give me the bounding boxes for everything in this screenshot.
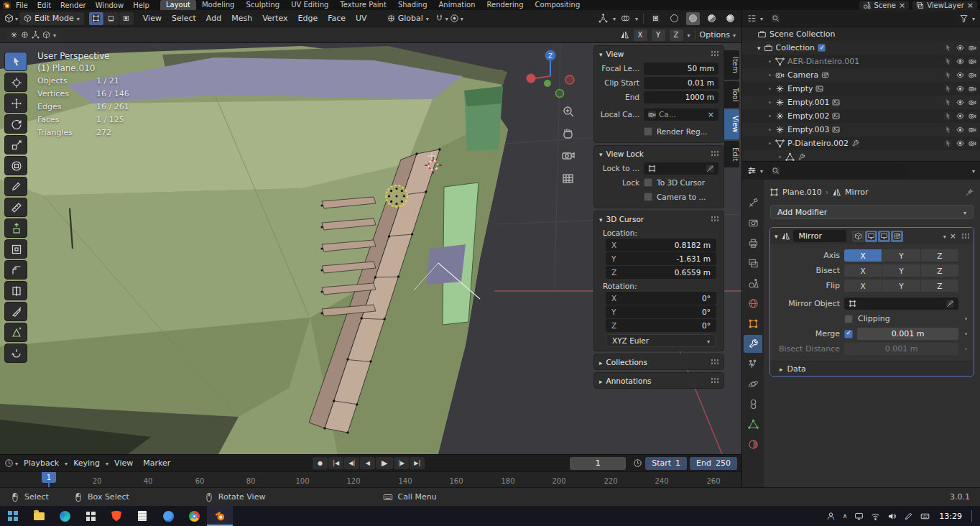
selectable-icon[interactable] bbox=[944, 71, 952, 79]
workspace-tab-shading[interactable]: Shading bbox=[392, 0, 433, 10]
scale-tool[interactable] bbox=[4, 135, 27, 154]
chrome-button[interactable] bbox=[181, 506, 207, 526]
menu-help[interactable]: Help bbox=[129, 1, 154, 9]
proportional-options-chevron-icon[interactable] bbox=[461, 14, 463, 23]
outliner-row-partial[interactable] bbox=[742, 150, 980, 161]
jump-to-start-button[interactable]: |◀ bbox=[328, 457, 343, 469]
workspace-tab-compositing[interactable]: Compositing bbox=[530, 0, 586, 10]
keyboard-icon[interactable] bbox=[920, 512, 930, 521]
menu-uv[interactable]: UV bbox=[351, 12, 371, 24]
cursor-rotation-y-field[interactable]: Y0° bbox=[606, 305, 716, 318]
lock-3d-cursor-checkbox[interactable] bbox=[644, 178, 652, 187]
render-visibility-icon[interactable] bbox=[969, 71, 976, 79]
tab-physics-properties[interactable] bbox=[744, 375, 762, 393]
shading-solid-button[interactable] bbox=[686, 12, 700, 25]
mode-dropdown[interactable]: Edit Mode bbox=[19, 12, 84, 25]
viewlayer-selector[interactable]: ViewLayer bbox=[912, 1, 977, 10]
drag-handle[interactable] bbox=[711, 50, 718, 57]
clipping-checkbox[interactable] bbox=[844, 315, 853, 323]
menu-view[interactable]: View bbox=[139, 12, 166, 24]
bisect-x-button[interactable]: X bbox=[844, 264, 882, 277]
render-visibility-icon[interactable] bbox=[969, 44, 976, 52]
chevron-down-icon[interactable] bbox=[760, 166, 763, 175]
timeline-editor-icon[interactable] bbox=[4, 458, 14, 468]
tab-particle-properties[interactable] bbox=[744, 355, 762, 373]
current-frame-field[interactable]: 1 bbox=[570, 457, 626, 470]
render-visibility-icon[interactable] bbox=[969, 98, 976, 106]
tab-item[interactable]: Item bbox=[724, 50, 739, 80]
blender-taskbar-button[interactable] bbox=[207, 506, 233, 526]
bisect-z-button[interactable]: Z bbox=[921, 264, 958, 277]
outliner-row-object[interactable]: Empty.003 bbox=[742, 123, 980, 137]
transform-tool[interactable] bbox=[4, 156, 27, 175]
collections-section-header[interactable]: Collections bbox=[594, 354, 724, 369]
hide-eye-icon[interactable] bbox=[956, 44, 964, 52]
outliner-row-object[interactable]: P-Dianteiro.002 bbox=[742, 137, 980, 150]
use-preview-range-icon[interactable] bbox=[633, 458, 642, 468]
cursor-rotation-z-field[interactable]: Z0° bbox=[606, 319, 716, 332]
render-visibility-icon[interactable] bbox=[969, 112, 976, 120]
monitor-icon[interactable] bbox=[854, 512, 864, 521]
scene-unlink-icon[interactable] bbox=[899, 1, 905, 10]
mirror-x-button[interactable]: X bbox=[634, 29, 647, 41]
tab-object-properties[interactable] bbox=[744, 315, 762, 333]
menu-playback[interactable]: Playback bbox=[19, 457, 63, 469]
selectable-icon[interactable] bbox=[944, 44, 952, 52]
tab-output-properties[interactable] bbox=[744, 234, 762, 252]
play-reverse-button[interactable]: ◀ bbox=[360, 457, 375, 469]
pen-icon[interactable] bbox=[904, 512, 913, 521]
transform-orientation-dropdown[interactable]: Global bbox=[383, 12, 433, 25]
render-visibility-icon[interactable] bbox=[969, 139, 976, 147]
chevron-down-icon[interactable] bbox=[972, 14, 975, 23]
annotations-section-header[interactable]: Annotations bbox=[594, 373, 724, 388]
edge-select-button[interactable] bbox=[104, 12, 119, 25]
selectable-icon[interactable] bbox=[944, 98, 952, 106]
menu-add[interactable]: Add bbox=[202, 12, 226, 24]
prev-keyframe-button[interactable]: ◀| bbox=[344, 457, 359, 469]
camera-to-view-checkbox[interactable] bbox=[644, 193, 652, 201]
workspace-tab-modeling[interactable]: Modeling bbox=[196, 0, 241, 10]
rotate-tool[interactable] bbox=[4, 114, 27, 134]
next-keyframe-button[interactable]: |▶ bbox=[394, 457, 409, 469]
options-dropdown[interactable]: Options bbox=[700, 30, 736, 40]
workspace-tab-rendering[interactable]: Rendering bbox=[481, 0, 529, 10]
modifier-extras-chevron-icon[interactable] bbox=[943, 231, 946, 241]
gizmos-toggle-icon[interactable] bbox=[598, 14, 608, 23]
frame-start-field[interactable]: Start1 bbox=[645, 457, 687, 470]
bisect-y-button[interactable]: Y bbox=[882, 264, 920, 277]
workspace-tab-sculpting[interactable]: Sculpting bbox=[240, 0, 285, 10]
file-explorer-button[interactable] bbox=[26, 506, 52, 526]
brave-button[interactable] bbox=[103, 506, 129, 526]
face-select-button[interactable] bbox=[119, 12, 134, 25]
clip-end-field[interactable]: 1000 m bbox=[644, 91, 718, 103]
tab-view[interactable]: View bbox=[724, 109, 739, 139]
menu-mesh[interactable]: Mesh bbox=[227, 12, 256, 24]
shading-material-button[interactable] bbox=[705, 12, 718, 25]
outliner-row-scene-collection[interactable]: Scene Collection bbox=[742, 27, 980, 41]
eyedropper-icon[interactable] bbox=[706, 165, 714, 172]
notification-area[interactable] bbox=[971, 510, 978, 522]
menu-edge[interactable]: Edge bbox=[293, 12, 322, 24]
lock-to-object-field[interactable] bbox=[644, 162, 718, 175]
start-button[interactable] bbox=[0, 506, 26, 526]
data-subpanel-header[interactable]: Data bbox=[770, 361, 974, 376]
gizmos-chevron-icon[interactable] bbox=[613, 14, 616, 23]
hide-eye-icon[interactable] bbox=[956, 139, 964, 147]
outliner-editor-icon[interactable] bbox=[747, 14, 757, 23]
tab-object-data-properties[interactable] bbox=[744, 415, 762, 433]
menu-marker[interactable]: Marker bbox=[139, 457, 175, 469]
frame-end-field[interactable]: End250 bbox=[690, 457, 737, 470]
display-edit-mode-toggle[interactable] bbox=[852, 231, 864, 242]
clear-icon[interactable] bbox=[708, 110, 714, 119]
cursor-location-z-field[interactable]: Z0.6559 m bbox=[606, 266, 716, 279]
scene-selector[interactable]: Scene bbox=[859, 1, 909, 10]
inset-faces-tool[interactable] bbox=[4, 239, 27, 259]
mirror-chevron-icon[interactable] bbox=[688, 30, 690, 40]
hide-eye-icon[interactable] bbox=[956, 57, 964, 65]
notepad-button[interactable] bbox=[129, 506, 155, 526]
workspace-tab-layout[interactable]: Layout bbox=[160, 0, 196, 10]
drag-handle[interactable] bbox=[711, 216, 718, 222]
outliner-row-object[interactable]: AER-Dianteiro.001 bbox=[742, 55, 980, 68]
people-icon[interactable] bbox=[826, 512, 836, 521]
xray-toggle-button[interactable] bbox=[649, 12, 662, 25]
